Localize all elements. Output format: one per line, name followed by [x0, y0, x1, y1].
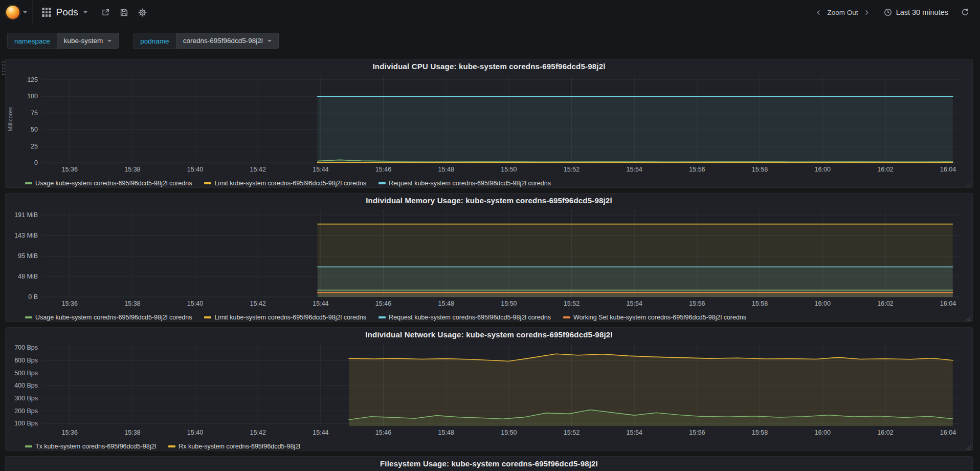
chart-legend: Usage kube-system coredns-695f96dcd5-98j…: [6, 312, 972, 322]
legend-item[interactable]: Request kube-system coredns-695f96dcd5-9…: [378, 180, 551, 187]
top-navbar: Pods Zoom Out Last 30 minutes: [0, 0, 980, 25]
variable-dropdown-namespace[interactable]: kube-system: [57, 33, 119, 49]
x-axis-tick-label: 15:46: [375, 429, 391, 436]
legend-series-swatch-icon: [563, 316, 570, 318]
chart-canvas[interactable]: 025507510012515:3615:3815:4015:4215:4415…: [6, 73, 972, 178]
legend-item[interactable]: Limit kube-system coredns-695f96dcd5-98j…: [204, 314, 366, 321]
x-axis-tick-label: 15:56: [689, 166, 705, 173]
caret-down-icon: [107, 40, 112, 42]
legend-series-swatch-icon: [25, 445, 32, 447]
panel-title[interactable]: Individual Memory Usage: kube-system cor…: [6, 194, 972, 207]
y-axis-tick-label: 191 MiB: [14, 211, 38, 219]
y-axis-tick-label: 25: [31, 143, 38, 150]
dashboard-body: Individual CPU Usage: kube-system coredn…: [0, 56, 980, 471]
gear-icon: [138, 8, 147, 17]
panel-title[interactable]: Filesystem Usage: kube-system coredns-69…: [6, 457, 972, 470]
x-axis-tick-label: 15:38: [124, 300, 140, 307]
y-axis-tick-label: 95 MiB: [18, 252, 38, 260]
refresh-icon: [961, 8, 969, 16]
x-axis-tick-label: 15:50: [501, 429, 517, 436]
legend-series-swatch-icon: [25, 182, 32, 184]
variable-label-namespace: namespace: [7, 33, 57, 49]
x-axis-tick-label: 15:42: [250, 166, 266, 173]
dashboard-picker[interactable]: Pods: [33, 0, 97, 25]
legend-series-label: Working Set kube-system coredns-695f96dc…: [573, 314, 746, 321]
variable-namespace: namespace kube-system: [7, 33, 119, 49]
panel-title[interactable]: Individual Network Usage: kube-system co…: [6, 328, 972, 341]
share-button[interactable]: [97, 3, 115, 22]
x-axis-tick-label: 15:38: [124, 166, 140, 173]
settings-button[interactable]: [133, 3, 152, 22]
legend-item[interactable]: Tx kube-system coredns-695f96dcd5-98j2l: [25, 443, 156, 450]
chevron-right-icon: [863, 9, 870, 16]
legend-item[interactable]: Request kube-system coredns-695f96dcd5-9…: [378, 314, 551, 321]
x-axis-tick-label: 16:00: [815, 429, 831, 436]
legend-item[interactable]: Usage kube-system coredns-695f96dcd5-98j…: [25, 180, 192, 187]
x-axis-tick-label: 16:00: [815, 300, 831, 307]
x-axis-tick-label: 15:40: [187, 429, 203, 436]
caret-down-icon: [23, 11, 27, 13]
grafana-logo-button[interactable]: [0, 0, 33, 25]
x-axis-tick-label: 15:36: [62, 429, 78, 436]
x-axis-tick-label: 15:42: [250, 300, 266, 307]
x-axis-tick-label: 15:48: [438, 166, 454, 173]
legend-series-label: Usage kube-system coredns-695f96dcd5-98j…: [35, 180, 192, 187]
cpu-usage-chart[interactable]: 025507510012515:3615:3815:4015:4215:4415…: [6, 73, 972, 178]
variable-label-podname: podname: [133, 33, 175, 49]
save-icon: [120, 8, 128, 17]
x-axis-tick-label: 15:44: [313, 429, 328, 436]
network-usage-chart[interactable]: 100 Bps200 Bps300 Bps400 Bps500 Bps600 B…: [6, 341, 972, 441]
legend-series-swatch-icon: [204, 182, 211, 184]
x-axis-tick-label: 16:04: [940, 166, 956, 173]
y-axis-tick-label: 700 Bps: [14, 344, 38, 351]
x-axis-tick-label: 16:02: [877, 300, 893, 307]
time-shift-forward-button[interactable]: [861, 7, 873, 18]
variable-value: coredns-695f96dcd5-98j2l: [183, 37, 263, 45]
x-axis-tick-label: 15:50: [501, 300, 517, 307]
x-axis-tick-label: 15:44: [313, 300, 328, 307]
panel-filesystem-usage: Filesystem Usage: kube-system coredns-69…: [5, 456, 973, 471]
y-axis-tick-label: 0 B: [28, 293, 38, 301]
x-axis-tick-label: 15:44: [313, 166, 328, 173]
x-axis-tick-label: 15:58: [752, 429, 768, 436]
legend-item[interactable]: Rx kube-system coredns-695f96dcd5-98j2l: [168, 443, 300, 450]
legend-series-swatch-icon: [204, 316, 211, 318]
save-button[interactable]: [115, 3, 133, 22]
x-axis-tick-label: 15:58: [752, 166, 768, 173]
y-axis-tick-label: 125: [27, 76, 38, 83]
legend-item[interactable]: Working Set kube-system coredns-695f96dc…: [563, 314, 746, 321]
legend-series-label: Usage kube-system coredns-695f96dcd5-98j…: [35, 314, 192, 321]
time-range-picker[interactable]: Last 30 minutes: [884, 8, 948, 16]
share-icon: [101, 8, 110, 17]
panel-individual-cpu-usage: Individual CPU Usage: kube-system coredn…: [5, 59, 973, 188]
time-range-label: Last 30 minutes: [896, 8, 948, 16]
y-axis-tick-label: 48 MiB: [18, 273, 38, 280]
panel-title[interactable]: Individual CPU Usage: kube-system coredn…: [6, 59, 972, 73]
x-axis-tick-label: 15:52: [564, 300, 580, 307]
y-axis-tick-label: 143 MiB: [14, 232, 38, 239]
legend-series-swatch-icon: [25, 316, 32, 318]
x-axis-tick-label: 15:38: [124, 429, 140, 436]
variable-dropdown-podname[interactable]: coredns-695f96dcd5-98j2l: [176, 33, 279, 49]
x-axis-tick-label: 16:00: [815, 166, 831, 173]
memory-usage-chart[interactable]: 0 B48 MiB95 MiB143 MiB191 MiB15:3615:381…: [6, 207, 972, 312]
dashboard-title: Pods: [56, 7, 78, 18]
zoom-out-button[interactable]: Zoom Out: [828, 9, 858, 16]
chart-canvas[interactable]: 100 Bps200 Bps300 Bps400 Bps500 Bps600 B…: [6, 341, 972, 441]
legend-series-label: Request kube-system coredns-695f96dcd5-9…: [389, 180, 551, 187]
refresh-button[interactable]: [959, 3, 972, 22]
legend-item[interactable]: Limit kube-system coredns-695f96dcd5-98j…: [204, 180, 366, 187]
y-axis-tick-label: 0: [34, 159, 38, 166]
legend-series-label: Rx kube-system coredns-695f96dcd5-98j2l: [179, 443, 300, 450]
apps-grid-icon: [42, 8, 51, 17]
chart-canvas[interactable]: 0 B48 MiB95 MiB143 MiB191 MiB15:3615:381…: [6, 207, 972, 312]
legend-item[interactable]: Usage kube-system coredns-695f96dcd5-98j…: [25, 314, 192, 321]
panel-individual-network-usage: Individual Network Usage: kube-system co…: [5, 327, 973, 451]
time-shift-back-button[interactable]: [813, 7, 825, 18]
chart-legend: Usage kube-system coredns-695f96dcd5-98j…: [6, 178, 972, 188]
clock-icon: [884, 8, 892, 16]
x-axis-tick-label: 15:36: [62, 166, 78, 173]
y-axis-tick-label: 400 Bps: [14, 382, 38, 389]
y-axis-tick-label: 300 Bps: [14, 395, 38, 402]
y-axis-tick-label: 600 Bps: [14, 357, 38, 364]
